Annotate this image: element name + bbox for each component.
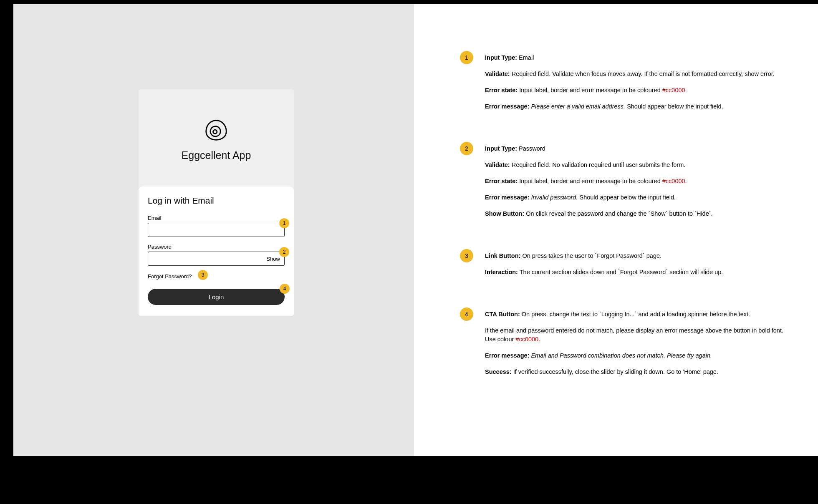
annotation-number-badge: 3 (460, 249, 473, 262)
svg-point-1 (213, 130, 217, 134)
annotation-number-badge: 1 (460, 51, 473, 64)
annotation-line: If the email and password entered do not… (485, 326, 793, 344)
annotation-line: Interaction: The current section slides … (485, 268, 793, 277)
login-card: Log in with Email Email 1 Password Show … (139, 186, 294, 316)
annotation-line: Error message: Email and Password combin… (485, 351, 793, 360)
annotation-line: Input Type: Email (485, 53, 793, 62)
annotation-line: Link Button: On press takes the user to … (485, 252, 793, 260)
app-mockup: Eggcellent App Log in with Email Email 1… (139, 89, 294, 316)
annotation-number-badge: 4 (460, 307, 473, 321)
annotation-1: 1Input Type: EmailValidate: Required fie… (460, 51, 793, 118)
forgot-password-link[interactable]: Forgot Password? (148, 273, 192, 280)
login-title: Log in with Email (148, 196, 285, 206)
annotation-body: Input Type: EmailValidate: Required fiel… (485, 51, 793, 118)
annotation-number-badge: 2 (460, 142, 473, 155)
annotation-marker-4: 4 (280, 284, 290, 294)
annotation-line: Validate: Required field. Validate when … (485, 70, 793, 78)
password-label: Password (148, 244, 285, 250)
annotation-line: Error state: Input label, border and err… (485, 177, 793, 186)
password-field-group: Password Show 2 (148, 244, 285, 266)
left-panel: Eggcellent App Log in with Email Email 1… (13, 4, 414, 456)
annotation-body: Input Type: PasswordValidate: Required f… (485, 142, 793, 226)
email-label: Email (148, 215, 285, 221)
login-button[interactable]: Login (148, 289, 285, 305)
forgot-row: Forgot Password? 3 (148, 272, 285, 289)
email-input[interactable] (148, 223, 284, 237)
annotation-body: CTA Button: On press, change the text to… (485, 307, 793, 384)
app-name: Eggcellent App (147, 149, 285, 161)
mockup-header: Eggcellent App (139, 89, 294, 186)
annotation-line: CTA Button: On press, change the text to… (485, 310, 793, 319)
annotation-line: Validate: Required field. No validation … (485, 161, 793, 169)
annotation-marker-1: 1 (279, 218, 289, 228)
annotation-body: Link Button: On press takes the user to … (485, 249, 793, 284)
annotation-marker-3: 3 (198, 270, 208, 280)
email-field-group: Email 1 (148, 215, 285, 237)
annotation-line: Input Type: Password (485, 144, 793, 153)
annotation-line: Error message: Invalid password. Should … (485, 193, 793, 202)
annotation-line: Error message: Please enter a valid emai… (485, 102, 793, 111)
annotation-line: Success: If verified successfully, close… (485, 368, 793, 376)
annotation-marker-2: 2 (279, 247, 289, 257)
password-input[interactable] (148, 252, 262, 265)
annotation-line: Error state: Input label, border and err… (485, 86, 793, 95)
annotation-4: 4CTA Button: On press, change the text t… (460, 307, 793, 384)
svg-point-0 (210, 126, 220, 136)
annotation-line: Show Button: On click reveal the passwor… (485, 209, 793, 218)
annotation-3: 3Link Button: On press takes the user to… (460, 249, 793, 284)
egg-logo-icon (147, 118, 285, 142)
annotations-panel: 1Input Type: EmailValidate: Required fie… (414, 4, 818, 456)
annotation-2: 2Input Type: PasswordValidate: Required … (460, 142, 793, 226)
